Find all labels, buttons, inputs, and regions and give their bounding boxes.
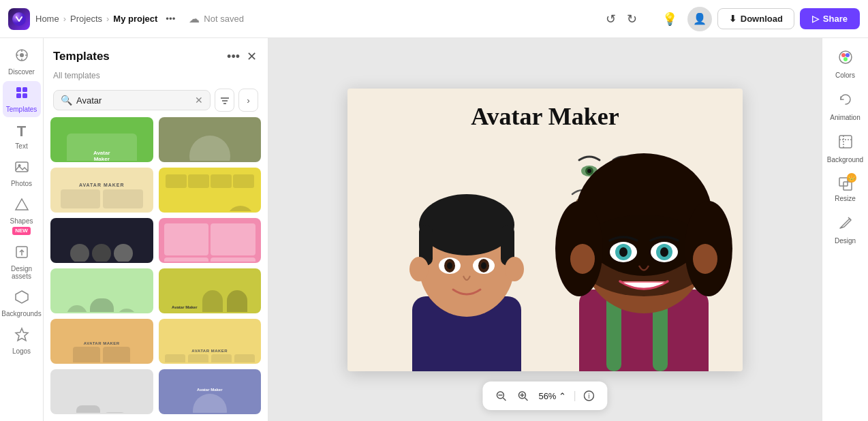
svg-point-47: [481, 262, 486, 269]
idea-button[interactable]: 💡: [657, 7, 682, 31]
search-clear-button[interactable]: ✕: [195, 95, 203, 106]
app-logo: [8, 8, 30, 30]
sidebar-item-photos[interactable]: Photos: [3, 155, 41, 191]
design-assets-icon: [14, 245, 29, 263]
share-button[interactable]: ▷ Share: [800, 8, 860, 29]
template-card-9[interactable]: AVATAR MAKER: [50, 319, 153, 364]
svg-point-37: [419, 194, 514, 255]
info-button[interactable]: i: [579, 386, 600, 406]
download-icon: ⬇: [729, 14, 737, 24]
panel-header: Templates ••• ✕: [44, 38, 268, 71]
sidebar-item-templates[interactable]: Templates: [3, 81, 41, 117]
right-item-animation[interactable]: Animation: [825, 86, 866, 127]
sidebar-label-discover: Discover: [8, 68, 35, 76]
zoom-out-button[interactable]: [491, 386, 511, 406]
sidebar-item-design-assets[interactable]: Design assets: [3, 240, 41, 284]
svg-point-78: [843, 57, 848, 61]
redo-button[interactable]: ↻: [623, 7, 641, 31]
discover-icon: [14, 48, 29, 66]
template-card-8[interactable]: Avatar Maker: [159, 268, 262, 313]
zoom-value: 56%: [538, 391, 556, 401]
template-card-12[interactable]: Avatar Maker: [159, 369, 262, 414]
breadcrumb-sep2: ›: [106, 14, 109, 24]
svg-point-23: [587, 169, 591, 173]
svg-rect-10: [22, 93, 27, 98]
design-icon: [837, 215, 854, 234]
search-icon: 🔍: [61, 95, 72, 106]
cloud-icon: ☁: [189, 12, 200, 25]
svg-line-70: [525, 398, 527, 401]
zoom-separator: |: [573, 390, 576, 402]
download-label: Download: [741, 14, 783, 24]
svg-point-44: [447, 262, 452, 269]
svg-rect-11: [16, 162, 28, 172]
sidebar-item-discover[interactable]: Discover: [3, 44, 41, 80]
main-layout: Discover Templates T Text Photos Shapes …: [0, 38, 868, 421]
svg-point-59: [693, 244, 717, 274]
colors-label: Colors: [835, 72, 855, 79]
expand-button[interactable]: ›: [238, 89, 258, 112]
search-input[interactable]: [76, 95, 191, 106]
profile-button[interactable]: 👤: [687, 7, 712, 31]
template-card-5[interactable]: Avatar Maker: [50, 218, 153, 263]
sidebar-item-logos[interactable]: Logos: [3, 323, 41, 359]
svg-marker-17: [16, 328, 28, 341]
breadcrumb-home[interactable]: Home: [35, 14, 59, 24]
breadcrumb: Home › Projects › My project: [35, 14, 157, 24]
template-card-4[interactable]: Avatar Maker: [159, 168, 262, 213]
background-icon: [837, 134, 854, 153]
right-item-background[interactable]: Background: [825, 128, 866, 169]
save-status-text: Not saved: [204, 14, 244, 24]
sidebar-item-backgrounds[interactable]: Backgrounds: [3, 285, 41, 322]
search-row: 🔍 ✕ ›: [44, 86, 268, 117]
svg-marker-16: [16, 291, 28, 303]
topbar-actions: 💡 👤 ⬇ Download ▷ Share: [657, 7, 860, 31]
zoom-in-button[interactable]: [512, 386, 533, 406]
zoom-level: 56% ⌃: [534, 391, 570, 401]
svg-point-58: [570, 244, 595, 274]
resize-icon-wrap: 👑: [837, 176, 854, 192]
breadcrumb-sep1: ›: [63, 14, 66, 24]
right-item-design[interactable]: Design: [825, 209, 866, 250]
more-options-button[interactable]: •••: [163, 12, 178, 25]
sidebar-label-templates: Templates: [6, 106, 37, 113]
sidebar-label-shapes: Shapes: [10, 217, 33, 225]
templates-icon: [14, 85, 29, 104]
breadcrumb-current: My project: [113, 14, 157, 24]
template-card-6[interactable]: [159, 218, 262, 263]
template-card-1[interactable]: AvatarMaker Avatar Maker: [50, 117, 153, 162]
panel-subtitle: All templates: [44, 71, 268, 86]
sidebar-item-text[interactable]: T Text: [3, 119, 41, 154]
template-card-11[interactable]: [50, 369, 153, 414]
svg-line-67: [503, 398, 506, 401]
panel-close-button[interactable]: ✕: [245, 48, 258, 65]
breadcrumb-projects[interactable]: Projects: [70, 14, 102, 24]
text-icon: T: [17, 123, 26, 140]
right-item-resize[interactable]: 👑 Resize: [825, 170, 866, 208]
template-card-7[interactable]: [50, 268, 153, 313]
right-sidebar: Colors Animation Background 👑 Resize: [822, 38, 868, 421]
shapes-new-badge: NEW: [12, 227, 31, 235]
filter-button[interactable]: [215, 89, 234, 112]
avatar-scene: [347, 126, 743, 371]
sidebar-item-shapes[interactable]: Shapes NEW: [3, 193, 41, 239]
right-item-colors[interactable]: Colors: [825, 44, 866, 84]
animation-icon: [837, 91, 854, 111]
panel-header-actions: ••• ✕: [226, 48, 258, 65]
crown-icon: 👑: [847, 173, 856, 183]
share-icon: ▷: [812, 14, 819, 24]
template-card-10[interactable]: AVATAR MAKER: [159, 319, 262, 364]
template-card-3[interactable]: AVATAR MAKER: [50, 168, 153, 213]
panel-more-button[interactable]: •••: [226, 48, 241, 65]
download-button[interactable]: ⬇ Download: [717, 8, 794, 29]
svg-marker-13: [16, 199, 28, 210]
template-card-2[interactable]: [159, 117, 262, 162]
undo-redo-group: ↺ ↻: [602, 7, 641, 31]
logos-icon: [14, 327, 29, 345]
svg-point-77: [846, 53, 850, 57]
undo-button[interactable]: ↺: [602, 7, 620, 31]
animation-label: Animation: [830, 114, 860, 121]
svg-point-40: [409, 257, 429, 281]
template-grid: AvatarMaker Avatar Maker AVATAR MAKER: [44, 117, 268, 421]
svg-point-76: [841, 53, 846, 57]
